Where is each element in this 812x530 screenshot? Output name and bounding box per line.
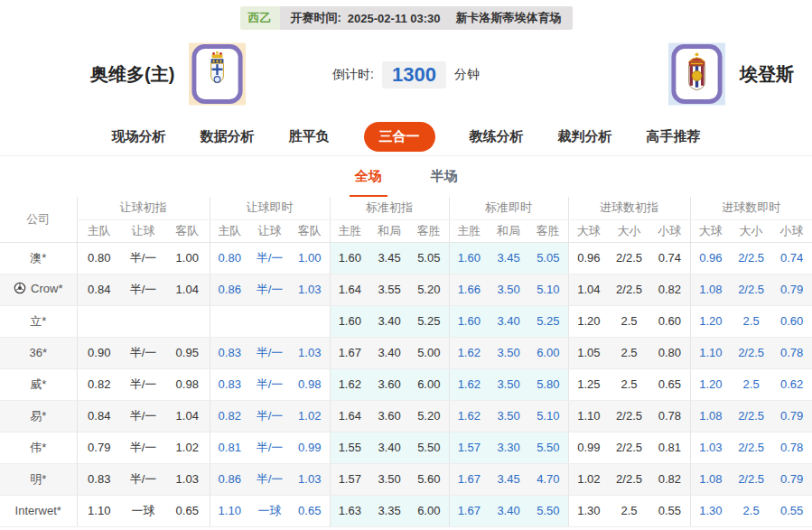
odds-cell: 2/2.5 xyxy=(731,432,771,463)
table-row: 易*0.84半/一1.040.82半/一1.021.643.605.201.62… xyxy=(0,400,812,432)
odds-cell: 1.60 xyxy=(449,242,489,274)
odds-cell: 0.55 xyxy=(649,495,690,526)
odds-cell: 5.00 xyxy=(409,337,449,368)
odds-cell: 1.03 xyxy=(290,274,330,305)
odds-cell: 1.30 xyxy=(568,495,609,526)
nav-tab[interactable]: 三合一 xyxy=(364,122,435,152)
odds-cell: 1.00 xyxy=(165,242,210,274)
odds-cell: 1.67 xyxy=(449,495,489,526)
kickoff-label: 开赛时间: xyxy=(291,10,341,26)
odds-cell: 0.86 xyxy=(210,463,249,495)
match-info-pill: 西乙 开赛时间: 2025-02-11 03:30 新卡洛斯蒂埃体育场 xyxy=(240,6,573,30)
odds-cell: 0.60 xyxy=(649,305,690,337)
odds-cell: 1.67 xyxy=(330,337,369,368)
period-tab[interactable]: 全场 xyxy=(350,168,387,197)
odds-cell xyxy=(210,305,249,337)
odds-cell: 0.82 xyxy=(649,463,690,495)
odds-cell: 3.50 xyxy=(489,400,528,432)
odds-cell: 1.02 xyxy=(165,432,210,463)
odds-cell: 半/一 xyxy=(121,337,165,368)
company-name: Crow* xyxy=(31,282,62,295)
odds-cell: 半/一 xyxy=(249,337,290,368)
company-label-wrap: Interwet* xyxy=(15,504,61,517)
away-team: 埃登斯 xyxy=(668,42,794,106)
odds-cell: 0.78 xyxy=(771,337,812,368)
odds-cell: 1.57 xyxy=(330,463,369,495)
odds-cell xyxy=(121,305,165,337)
venue: 新卡洛斯蒂埃体育场 xyxy=(456,10,562,26)
odds-cell: 1.66 xyxy=(449,274,489,305)
table-row: 36*0.90半/一0.950.83半/一1.031.673.405.001.6… xyxy=(0,337,812,368)
col-group-std-live: 标准即时 xyxy=(449,197,568,219)
odds-cell: 0.65 xyxy=(649,368,690,400)
odds-cell: 5.60 xyxy=(409,463,449,495)
period-tab[interactable]: 半场 xyxy=(425,168,463,197)
nav-tab[interactable]: 裁判分析 xyxy=(558,128,612,145)
odds-cell: 2.5 xyxy=(731,368,771,400)
odds-cell: 1.08 xyxy=(690,400,731,432)
company-name: 澳* xyxy=(30,250,46,266)
odds-cell: 1.10 xyxy=(568,400,609,432)
odds-cell: 1.64 xyxy=(330,274,369,305)
col-group-goals-initial: 进球数初指 xyxy=(568,197,690,219)
odds-cell: 0.78 xyxy=(771,432,812,463)
odds-cell: 0.79 xyxy=(771,463,812,495)
odds-cell: 0.98 xyxy=(165,368,210,400)
nav-tab[interactable]: 数据分析 xyxy=(201,128,255,145)
odds-table: 公司让球初指让球即时标准初指标准即时进球数初指进球数即时主队让球客队主队让球客队… xyxy=(0,197,812,527)
odds-cell: 一球 xyxy=(121,495,165,526)
nav-tab[interactable]: 高手推荐 xyxy=(647,128,701,145)
sub-column-header: 主队 xyxy=(77,219,121,242)
odds-cell: 半/一 xyxy=(121,400,165,432)
odds-cell: 1.55 xyxy=(330,432,369,463)
odds-cell: 半/一 xyxy=(249,400,290,432)
nav-tab[interactable]: 教练分析 xyxy=(470,128,524,145)
match-header: 奥维多(主) 倒计时: 1300 分钟 xyxy=(0,36,812,117)
company-cell: 立* xyxy=(0,305,77,337)
table-row: 伟*0.79半/一1.020.81半/一0.991.553.405.501.57… xyxy=(0,432,812,463)
odds-cell: 0.83 xyxy=(77,463,121,495)
odds-cell: 1.02 xyxy=(290,400,330,432)
odds-cell: 1.03 xyxy=(290,463,330,495)
company-name: 易* xyxy=(30,408,46,424)
table-row: Interwet*1.10一球0.651.10一球0.651.633.356.0… xyxy=(0,495,812,526)
analysis-nav: 现场分析数据分析胜平负三合一教练分析裁判分析高手推荐 xyxy=(0,117,812,155)
odds-cell: 3.40 xyxy=(369,432,409,463)
odds-cell: 3.40 xyxy=(369,337,409,368)
company-name: Interwet* xyxy=(15,504,61,517)
nav-tab[interactable]: 胜平负 xyxy=(289,128,330,145)
odds-cell: 1.60 xyxy=(330,305,369,337)
odds-cell: 1.60 xyxy=(449,305,489,337)
kickoff-time: 2025-02-11 03:30 xyxy=(348,12,441,25)
odds-cell: 5.25 xyxy=(409,305,449,337)
nav-tab[interactable]: 现场分析 xyxy=(112,128,166,145)
odds-cell: 5.05 xyxy=(528,242,568,274)
countdown-label: 倒计时: xyxy=(332,67,374,83)
odds-cell: 6.00 xyxy=(409,495,449,526)
odds-cell: 0.84 xyxy=(77,400,121,432)
odds-cell: 0.81 xyxy=(649,432,690,463)
odds-cell: 0.95 xyxy=(165,337,210,368)
odds-cell: 0.79 xyxy=(771,400,812,432)
odds-cell: 1.04 xyxy=(165,274,210,305)
sub-column-header: 主队 xyxy=(210,219,249,242)
company-cell: 澳* xyxy=(0,242,77,274)
sub-column-header: 小球 xyxy=(771,219,812,242)
odds-cell: 1.63 xyxy=(330,495,369,526)
odds-cell: 0.62 xyxy=(771,368,812,400)
odds-cell: 1.05 xyxy=(568,337,609,368)
kickoff-info: 开赛时间: 2025-02-11 03:30 新卡洛斯蒂埃体育场 xyxy=(280,6,573,30)
odds-cell: 3.45 xyxy=(369,242,409,274)
company-label-wrap: 明* xyxy=(30,471,46,488)
odds-cell: 半/一 xyxy=(249,463,290,495)
odds-cell: 1.62 xyxy=(449,337,489,368)
odds-cell: 2/2.5 xyxy=(609,432,649,463)
company-cell: 明* xyxy=(0,463,77,495)
company-name: 伟* xyxy=(30,440,46,456)
odds-cell: 0.90 xyxy=(77,337,121,368)
odds-cell: 0.99 xyxy=(568,432,609,463)
odds-cell: 0.96 xyxy=(690,242,731,274)
odds-cell: 3.35 xyxy=(369,495,409,526)
company-cell: 伟* xyxy=(0,432,77,463)
odds-cell: 3.50 xyxy=(489,337,528,368)
